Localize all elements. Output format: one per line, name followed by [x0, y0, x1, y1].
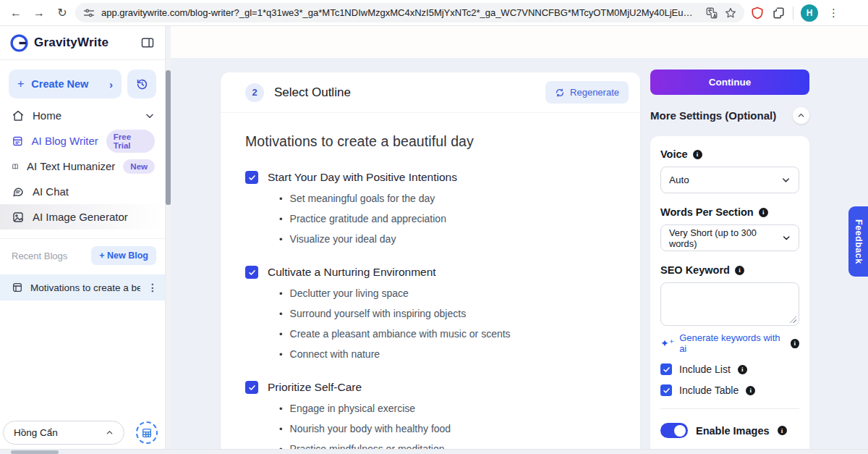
- seo-keyword-textarea[interactable]: [660, 282, 799, 326]
- info-icon[interactable]: i: [735, 266, 744, 275]
- back-icon[interactable]: ←: [6, 3, 26, 23]
- section-bullets: •Declutter your living space•Surround yo…: [279, 288, 616, 360]
- regenerate-button[interactable]: Regenerate: [545, 81, 629, 104]
- chat-icon: [12, 185, 25, 198]
- adblock-shield-icon[interactable]: [750, 6, 765, 20]
- blog-item-menu-icon[interactable]: ⋮: [148, 282, 158, 293]
- url-text: app.gravitywrite.com/blog-writer?_gl=1*q…: [101, 7, 699, 18]
- home-icon: [12, 109, 25, 122]
- include-table-row: Include Table i: [660, 384, 799, 396]
- app-header-band: [171, 26, 868, 58]
- info-icon[interactable]: i: [746, 386, 755, 395]
- bullet-item: •Nourish your body with healthy food: [279, 424, 616, 434]
- more-settings-label: More Settings (Optional): [650, 109, 776, 122]
- info-icon[interactable]: i: [738, 365, 747, 374]
- history-button[interactable]: [127, 70, 156, 98]
- section-bullets: •Set meaningful goals for the day•Practi…: [279, 193, 616, 245]
- chevron-down-icon: [782, 233, 791, 243]
- bullet-item: •Connect with nature: [279, 349, 616, 360]
- words-per-section-label: Words Per Section: [660, 206, 754, 218]
- collapse-sidebar-icon[interactable]: [140, 35, 155, 50]
- include-list-checkbox[interactable]: [660, 363, 672, 375]
- browser-menu-icon[interactable]: ⋮: [825, 7, 842, 20]
- outline-body: Motivations to create a beautiful day St…: [221, 133, 640, 450]
- recent-blog-title: Motivations to create a beau...: [30, 282, 140, 293]
- info-icon[interactable]: i: [759, 208, 768, 217]
- section-heading: Prioritize Self-Care: [268, 381, 362, 394]
- voice-label: Voice: [660, 148, 688, 160]
- more-settings-row[interactable]: More Settings (Optional): [650, 107, 809, 124]
- vertical-scrollbar-thumb[interactable]: [166, 70, 171, 205]
- chevron-down-icon[interactable]: [145, 111, 155, 121]
- site-settings-icon[interactable]: [82, 7, 95, 20]
- bullet-item: •Practice gratitude and appreciation: [279, 214, 616, 224]
- sidebar-item-ai-text-humanizer[interactable]: AI Text HumanizerNew: [0, 154, 165, 179]
- humanizer-icon: [12, 160, 19, 173]
- create-new-button[interactable]: + Create New ›: [9, 70, 122, 98]
- sidebar-item-label: AI Blog Writer: [32, 135, 98, 147]
- bullet-item: •Create a pleasant ambiance with music o…: [279, 329, 616, 340]
- translate-widget-icon[interactable]: [136, 421, 158, 444]
- settings-panel: Continue More Settings (Optional) Voice …: [650, 70, 809, 454]
- info-icon[interactable]: i: [693, 150, 702, 159]
- include-table-checkbox[interactable]: [660, 384, 672, 396]
- voice-value: Auto: [669, 175, 689, 185]
- bullet-dot: •: [279, 350, 283, 360]
- reload-icon[interactable]: ↻: [52, 3, 72, 23]
- info-icon[interactable]: i: [791, 339, 799, 348]
- words-per-section-select[interactable]: Very Short (up to 300 words): [660, 224, 799, 251]
- account-selector[interactable]: Hồng Cẩn: [3, 421, 124, 445]
- bullet-dot: •: [279, 194, 283, 204]
- sidebar-item-ai-chat[interactable]: AI Chat: [0, 179, 165, 204]
- section-heading: Cultivate a Nurturing Environment: [268, 266, 436, 279]
- browser-profile-avatar[interactable]: H: [801, 4, 818, 22]
- outline-section: Prioritize Self-Care•Engage in physical …: [245, 381, 616, 450]
- regenerate-label: Regenerate: [570, 87, 619, 98]
- sidebar-item-label: AI Image Generator: [33, 211, 155, 223]
- section-checkbox[interactable]: [245, 381, 258, 394]
- section-header: Cultivate a Nurturing Environment: [245, 266, 616, 279]
- vertical-scrollbar[interactable]: [166, 26, 171, 454]
- main-area: 2 Select Outline Regenerate Motivations …: [171, 26, 868, 454]
- enable-images-label: Enable Images: [696, 425, 770, 437]
- voice-select[interactable]: Auto: [660, 167, 799, 193]
- logo-row: GravityWrite: [0, 26, 165, 60]
- settings-card: Voice i Auto Words Per Section i Very Sh…: [650, 136, 809, 454]
- seo-keyword-label: SEO Keyword: [660, 264, 730, 276]
- extensions-icon[interactable]: [772, 6, 786, 20]
- continue-button[interactable]: Continue: [650, 70, 809, 95]
- info-icon[interactable]: i: [778, 426, 787, 435]
- forward-icon[interactable]: →: [29, 3, 49, 23]
- sidebar-item-home[interactable]: Home: [0, 103, 165, 128]
- recent-blog-item[interactable]: Motivations to create a beau... ⋮: [0, 274, 165, 300]
- sidebar-item-ai-image-generator[interactable]: AI Image Generator: [0, 204, 165, 230]
- generate-keywords-row: ✦⁺ Generate keywords with ai i: [660, 332, 799, 354]
- resize-handle[interactable]: [790, 316, 796, 323]
- new-blog-button[interactable]: + New Blog: [91, 246, 156, 265]
- sidebar: GravityWrite + Create New › HomeAI Blog …: [0, 26, 166, 454]
- badge-new: New: [123, 159, 155, 174]
- toolbar-divider: [793, 7, 793, 20]
- section-checkbox[interactable]: [245, 171, 258, 184]
- enable-images-toggle[interactable]: [660, 423, 688, 438]
- bullet-dot: •: [279, 214, 283, 224]
- section-header: Start Your Day with Positive Intentions: [245, 171, 616, 184]
- step-number-badge: 2: [245, 83, 264, 102]
- translate-icon[interactable]: [705, 7, 718, 20]
- chevron-up-icon[interactable]: [793, 107, 809, 124]
- badge-free-trial: Free Trial: [106, 130, 155, 153]
- horizontal-scrollbar-thumb[interactable]: [11, 450, 59, 454]
- settings-divider: [660, 408, 799, 409]
- feedback-tab[interactable]: Feedback: [848, 206, 868, 277]
- bookmark-star-icon[interactable]: [724, 7, 737, 20]
- horizontal-scrollbar[interactable]: [0, 449, 868, 454]
- sidebar-item-ai-blog-writer[interactable]: AI Blog WriterFree Trial: [0, 128, 165, 154]
- sidebar-item-label: AI Chat: [33, 185, 155, 198]
- generate-keywords-link[interactable]: Generate keywords with ai: [679, 332, 785, 354]
- section-checkbox[interactable]: [245, 266, 258, 279]
- recent-blogs-label: Recent Blogs: [12, 251, 67, 261]
- address-bar[interactable]: app.gravitywrite.com/blog-writer?_gl=1*q…: [75, 3, 744, 22]
- include-list-row: Include List i: [660, 363, 799, 375]
- outline-card: 2 Select Outline Regenerate Motivations …: [221, 72, 640, 450]
- account-row: Hồng Cẩn: [3, 421, 158, 445]
